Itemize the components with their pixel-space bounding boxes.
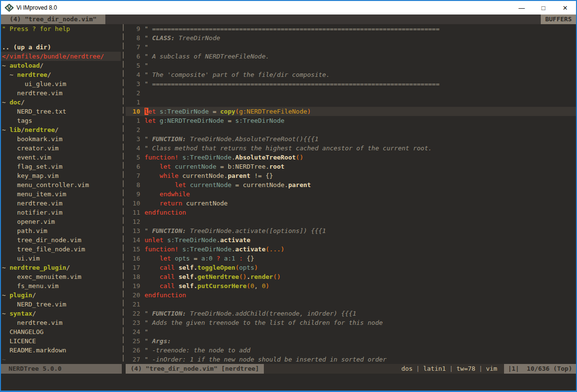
code-line[interactable]: 5function! s:TreeDirNode.AbsoluteTreeRoo… — [126, 153, 576, 162]
tree-file[interactable]: LICENCE — [1, 336, 121, 346]
code-line[interactable]: 3" =====================================… — [126, 79, 576, 88]
tree-file[interactable]: key_map.vim — [1, 171, 121, 180]
code-line[interactable]: 17 call self.toggleOpen(opts) — [126, 263, 576, 272]
code-line[interactable]: 23" Adds the given treenode to the list … — [126, 318, 576, 327]
code-line[interactable]: 2 — [126, 88, 576, 98]
code-line[interactable]: 8 let currentNode = currentNode.parent — [126, 180, 576, 189]
tree-file[interactable]: ui_glue.vim — [1, 79, 121, 88]
tree-root[interactable]: </vimfiles/bundle/nerdtree/ — [1, 52, 121, 61]
code-line[interactable]: 9 endwhile — [126, 189, 576, 199]
line-number: 7 — [126, 171, 144, 180]
code-line[interactable]: 3" FUNCTION: TreeDirNode.AbsoluteTreeRoo… — [126, 134, 576, 144]
code-line[interactable]: 24" — [126, 327, 576, 336]
code-line[interactable]: 27" -inOrder: 1 if the new node should b… — [126, 355, 576, 364]
tree-help[interactable]: " Press ? for help — [1, 24, 121, 33]
tree-file[interactable]: bookmark.vim — [1, 134, 121, 144]
code-line[interactable]: 7" — [126, 43, 576, 52]
tree-file[interactable]: NERD_tree.txt — [1, 107, 121, 116]
window-separator[interactable] — [121, 24, 126, 364]
tree-file[interactable]: nerdtree.vim — [1, 199, 121, 208]
code-line[interactable]: 14unlet s:TreeDirNode.activate — [126, 235, 576, 245]
code-line[interactable]: 16 let opts = a:0 ? a:1 : {} — [126, 254, 576, 263]
code-line[interactable]: 5" — [126, 61, 576, 70]
tree-file[interactable]: NERD_tree.vim — [1, 300, 121, 309]
svg-text:V: V — [7, 5, 11, 11]
tree-file[interactable]: CHANGELOG — [1, 327, 121, 336]
command-line[interactable] — [1, 374, 576, 391]
tab-tree-dir-node[interactable]: (4) "tree_dir_node.vim" — [1, 15, 105, 24]
line-number: 20 — [126, 290, 144, 300]
code-line[interactable]: 22" FUNCTION: TreeDirNode.addChild(treen… — [126, 309, 576, 318]
code-line[interactable]: 11endfunction — [126, 208, 576, 217]
code-line[interactable]: 8" CLASS: TreeDirNode — [126, 33, 576, 43]
status-position: |1| 10/636 (Top) — [504, 364, 576, 374]
line-number: 4 — [126, 70, 144, 79]
tree-file[interactable]: README.markdown — [1, 346, 121, 355]
tree-file[interactable]: nerdtree.vim — [1, 318, 121, 327]
tree-file[interactable]: exec_menuitem.vim — [1, 272, 121, 281]
code-line-current[interactable]: 10let s:TreeDirNode = copy(g:NERDTreeFil… — [126, 107, 576, 116]
tree-file[interactable]: creator.vim — [1, 144, 121, 153]
maximize-button[interactable]: □ — [533, 1, 554, 15]
tree-dir[interactable]: ~ plugin/ — [1, 290, 121, 300]
nerdtree-status: NERDTree 5.0.0 — [1, 364, 122, 374]
code-line[interactable]: 20endfunction — [126, 290, 576, 300]
line-number: 26 — [126, 346, 144, 355]
code-line[interactable]: 1let g:NERDTreeDirNode = s:TreeDirNode — [126, 116, 576, 125]
tree-file[interactable]: menu_item.vim — [1, 189, 121, 199]
code-line[interactable]: 15function! s:TreeDirNode.activate(...) — [126, 245, 576, 254]
code-line[interactable]: 6" A subclass of NERDTreeFileNode. — [126, 52, 576, 61]
line-number: 6 — [126, 162, 144, 171]
code-line[interactable]: 1 — [126, 98, 576, 107]
minimize-button[interactable]: — — [511, 1, 533, 15]
line-number: 9 — [126, 189, 144, 199]
tree-file[interactable]: menu_controller.vim — [1, 180, 121, 189]
code-line[interactable]: 7 while currentNode.parent != {} — [126, 171, 576, 180]
status-line: NERDTree 5.0.0 (4) "tree_dir_node.vim" [… — [1, 364, 576, 374]
line-number: 27 — [126, 355, 144, 364]
code-line[interactable]: 26" -treenode: the node to add — [126, 346, 576, 355]
code-line[interactable]: 6 let currentNode = b:NERDTree.root — [126, 162, 576, 171]
tree-file[interactable]: event.vim — [1, 153, 121, 162]
tree-filler[interactable]: ~ — [1, 355, 121, 364]
tree-dir[interactable]: ~ syntax/ — [1, 309, 121, 318]
code-line[interactable]: 4" Class method that returns the highest… — [126, 144, 576, 153]
line-number: 3 — [126, 134, 144, 144]
tree-file[interactable]: notifier.vim — [1, 208, 121, 217]
line-number: 8 — [126, 180, 144, 189]
close-button[interactable]: ✕ — [554, 1, 576, 15]
code-line[interactable]: 18 call self.getNerdtree().render() — [126, 272, 576, 281]
tree-dir[interactable]: ~ lib/nerdtree/ — [1, 125, 121, 134]
tree-file[interactable]: tree_file_node.vim — [1, 245, 121, 254]
tree-file[interactable]: tags — [1, 116, 121, 125]
line-number: 10 — [126, 199, 144, 208]
code-line[interactable]: 12 — [126, 217, 576, 226]
tree-file[interactable]: ui.vim — [1, 254, 121, 263]
code-line[interactable]: 13" FUNCTION: TreeDirNode.activate([opti… — [126, 226, 576, 235]
vim-window: V Vi IMproved 8.0 — □ ✕ (4) "tree_dir_no… — [0, 0, 577, 392]
code-line[interactable]: 2 — [126, 125, 576, 134]
line-number: 5 — [126, 153, 144, 162]
code-line[interactable]: 25" Args: — [126, 336, 576, 346]
tree-dir[interactable]: ~ doc/ — [1, 98, 121, 107]
tree-file[interactable]: opener.vim — [1, 217, 121, 226]
tree-file[interactable]: fs_menu.vim — [1, 281, 121, 290]
line-number: 14 — [126, 235, 144, 245]
tree-file[interactable]: tree_dir_node.vim — [1, 235, 121, 245]
tree-dir[interactable]: ~ nerdtree/ — [1, 70, 121, 79]
line-number: 21 — [126, 300, 144, 309]
tree-dir[interactable]: ~ autoload/ — [1, 61, 121, 70]
buffers-label: BUFFERS — [541, 15, 576, 24]
code-line[interactable]: 19 call self.putCursorHere(0, 0) — [126, 281, 576, 290]
tree-file[interactable]: nerdtree.vim — [1, 88, 121, 98]
code-line[interactable]: 4" The 'composite' part of the file/dir … — [126, 70, 576, 79]
code-line[interactable]: 10 return currentNode — [126, 199, 576, 208]
tree-file[interactable]: path.vim — [1, 226, 121, 235]
code-line[interactable]: 21 — [126, 300, 576, 309]
status-gap — [122, 364, 126, 374]
tree-item[interactable] — [1, 33, 121, 43]
tree-dir[interactable]: ~ nerdtree_plugin/ — [1, 263, 121, 272]
tree-file[interactable]: flag_set.vim — [1, 162, 121, 171]
code-line[interactable]: 9" =====================================… — [126, 24, 576, 33]
tree-up-dir[interactable]: .. (up a dir) — [1, 43, 121, 52]
